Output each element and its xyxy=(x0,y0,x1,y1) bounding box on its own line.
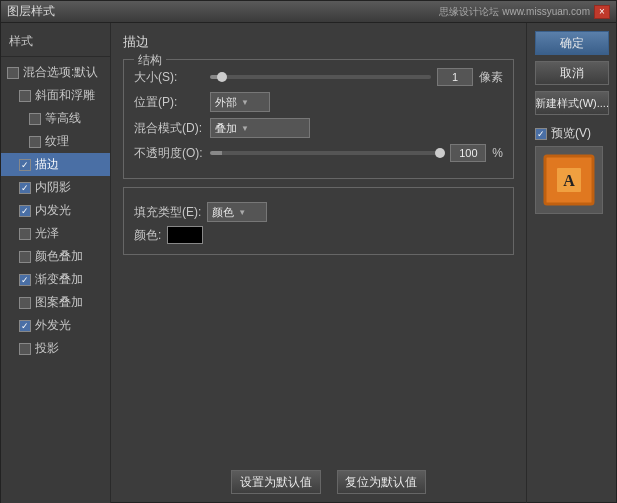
cancel-button[interactable]: 取消 xyxy=(535,61,609,85)
sidebar-item-inner-shadow[interactable]: 内阴影 xyxy=(1,176,110,199)
size-row: 大小(S): 像素 xyxy=(134,68,503,86)
size-input[interactable] xyxy=(437,68,473,86)
fill-type-row: 填充类型(E): 颜色 ▼ xyxy=(134,202,503,222)
close-button[interactable]: × xyxy=(594,5,610,19)
position-select[interactable]: 外部 ▼ xyxy=(210,92,270,112)
sidebar-item-blend-default[interactable]: 混合选项:默认 xyxy=(1,61,110,84)
checkbox-contour[interactable] xyxy=(29,113,41,125)
checkbox-bevel[interactable] xyxy=(19,90,31,102)
size-slider-container: 像素 xyxy=(210,68,503,86)
sidebar-item-satin[interactable]: 光泽 xyxy=(1,222,110,245)
opacity-input[interactable] xyxy=(450,144,486,162)
fill-type-label: 填充类型(E): xyxy=(134,204,201,221)
sidebar-label-outer-glow: 外发光 xyxy=(35,317,71,334)
position-row: 位置(P): 外部 ▼ xyxy=(134,92,503,112)
opacity-row: 不透明度(O): % xyxy=(134,144,503,162)
right-panel: 确定 取消 新建样式(W).... 预览(V) xyxy=(526,23,616,503)
sidebar-label-inner-shadow: 内阴影 xyxy=(35,179,71,196)
main-content: 样式 混合选项:默认 斜面和浮雕 等高线 纹理 描边 xyxy=(1,23,616,503)
sidebar-item-gradient-overlay[interactable]: 渐变叠加 xyxy=(1,268,110,291)
sidebar-label-texture: 纹理 xyxy=(45,133,69,150)
checkbox-gradient-overlay[interactable] xyxy=(19,274,31,286)
bottom-bar: 设置为默认值 复位为默认值 xyxy=(231,470,426,494)
logo-text: 思缘设计论坛 www.missyuan.com xyxy=(439,5,590,19)
size-slider[interactable] xyxy=(210,75,431,79)
section-title: 描边 xyxy=(123,33,514,51)
preview-label: 预览(V) xyxy=(551,125,591,142)
fill-type-arrow-icon: ▼ xyxy=(238,208,246,217)
fill-type-select[interactable]: 颜色 ▼ xyxy=(207,202,267,222)
checkbox-color-overlay[interactable] xyxy=(19,251,31,263)
sidebar-item-pattern-overlay[interactable]: 图案叠加 xyxy=(1,291,110,314)
sidebar-item-contour[interactable]: 等高线 xyxy=(1,107,110,130)
set-default-button[interactable]: 设置为默认值 xyxy=(231,470,321,494)
preview-svg: A xyxy=(543,154,595,206)
blend-mode-row: 混合模式(D): 叠加 ▼ xyxy=(134,118,503,138)
sidebar-label-satin: 光泽 xyxy=(35,225,59,242)
checkbox-pattern-overlay[interactable] xyxy=(19,297,31,309)
sidebar-header: 样式 xyxy=(1,29,110,57)
checkbox-satin[interactable] xyxy=(19,228,31,240)
opacity-slider-thumb[interactable] xyxy=(435,148,445,158)
blend-mode-arrow-icon: ▼ xyxy=(241,124,249,133)
sidebar: 样式 混合选项:默认 斜面和浮雕 等高线 纹理 描边 xyxy=(1,23,111,503)
blend-mode-select[interactable]: 叠加 ▼ xyxy=(210,118,310,138)
titlebar-right: 思缘设计论坛 www.missyuan.com × xyxy=(439,5,610,19)
ok-button[interactable]: 确定 xyxy=(535,31,609,55)
size-slider-thumb[interactable] xyxy=(217,72,227,82)
opacity-unit: % xyxy=(492,146,503,160)
main-panel: 描边 结构 大小(S): 像素 位置(P): xyxy=(111,23,526,503)
checkbox-outer-glow[interactable] xyxy=(19,320,31,332)
color-swatch[interactable] xyxy=(167,226,203,244)
preview-area: 预览(V) A xyxy=(535,125,609,214)
fill-type-value: 颜色 xyxy=(212,205,234,220)
sidebar-item-stroke[interactable]: 描边 xyxy=(1,153,110,176)
opacity-slider-container: % xyxy=(210,144,503,162)
sidebar-item-color-overlay[interactable]: 颜色叠加 xyxy=(1,245,110,268)
sidebar-label-stroke: 描边 xyxy=(35,156,59,173)
color-row: 颜色: xyxy=(134,226,503,244)
checkbox-drop-shadow[interactable] xyxy=(19,343,31,355)
preview-label-row: 预览(V) xyxy=(535,125,609,142)
sidebar-item-drop-shadow[interactable]: 投影 xyxy=(1,337,110,360)
sidebar-label-contour: 等高线 xyxy=(45,110,81,127)
titlebar: 图层样式 思缘设计论坛 www.missyuan.com × xyxy=(1,1,616,23)
opacity-label: 不透明度(O): xyxy=(134,145,204,162)
sidebar-label-pattern-overlay: 图案叠加 xyxy=(35,294,83,311)
position-label: 位置(P): xyxy=(134,94,204,111)
sidebar-label-inner-glow: 内发光 xyxy=(35,202,71,219)
window-title: 图层样式 xyxy=(7,3,55,20)
checkbox-texture[interactable] xyxy=(29,136,41,148)
blend-mode-label: 混合模式(D): xyxy=(134,120,204,137)
sidebar-label-bevel: 斜面和浮雕 xyxy=(35,87,95,104)
checkbox-inner-shadow[interactable] xyxy=(19,182,31,194)
size-unit: 像素 xyxy=(479,69,503,86)
size-label: 大小(S): xyxy=(134,69,204,86)
position-value: 外部 xyxy=(215,95,237,110)
blend-mode-value: 叠加 xyxy=(215,121,237,136)
fill-type-group: 填充类型(E): 颜色 ▼ 颜色: xyxy=(123,187,514,255)
svg-text:A: A xyxy=(563,172,575,189)
sidebar-label-blend-default: 混合选项:默认 xyxy=(23,64,98,81)
checkbox-stroke[interactable] xyxy=(19,159,31,171)
structure-group: 结构 大小(S): 像素 位置(P): 外部 xyxy=(123,59,514,179)
structure-group-label: 结构 xyxy=(134,52,166,69)
sidebar-label-gradient-overlay: 渐变叠加 xyxy=(35,271,83,288)
layer-style-window: 图层样式 思缘设计论坛 www.missyuan.com × 样式 混合选项:默… xyxy=(0,0,617,503)
position-arrow-icon: ▼ xyxy=(241,98,249,107)
checkbox-inner-glow[interactable] xyxy=(19,205,31,217)
sidebar-label-drop-shadow: 投影 xyxy=(35,340,59,357)
opacity-slider[interactable] xyxy=(210,151,444,155)
sidebar-item-inner-glow[interactable]: 内发光 xyxy=(1,199,110,222)
preview-checkbox[interactable] xyxy=(535,128,547,140)
preview-box: A xyxy=(535,146,603,214)
color-label: 颜色: xyxy=(134,227,161,244)
sidebar-item-texture[interactable]: 纹理 xyxy=(1,130,110,153)
sidebar-item-outer-glow[interactable]: 外发光 xyxy=(1,314,110,337)
sidebar-label-color-overlay: 颜色叠加 xyxy=(35,248,83,265)
sidebar-item-bevel[interactable]: 斜面和浮雕 xyxy=(1,84,110,107)
reset-default-button[interactable]: 复位为默认值 xyxy=(337,470,427,494)
new-style-button[interactable]: 新建样式(W).... xyxy=(535,91,609,115)
checkbox-blend-default[interactable] xyxy=(7,67,19,79)
